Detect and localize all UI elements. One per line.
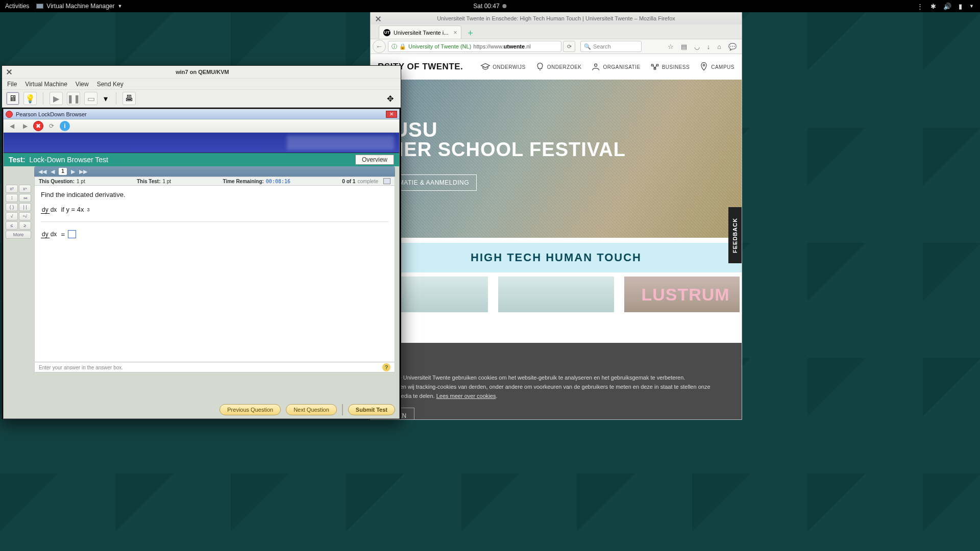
palette-btn[interactable]: ⁞ (6, 194, 18, 202)
expand-icon[interactable] (383, 178, 390, 184)
palette-btn[interactable]: | | (19, 203, 31, 211)
search-placeholder: Search (593, 43, 611, 49)
refresh-button[interactable]: ⟳ (46, 121, 57, 131)
nav-onderwijs[interactable]: ONDERWIJS (480, 62, 525, 72)
bookmark-star-icon[interactable]: ☆ (668, 43, 674, 51)
close-icon[interactable] (376, 16, 381, 21)
clock-text: Sat 00:47 (473, 3, 499, 10)
search-icon: 🔍 (584, 43, 591, 50)
menu-send-key[interactable]: Send Key (97, 81, 124, 88)
news-card[interactable] (498, 277, 614, 312)
site-identity: University of Twente (NL) (408, 43, 471, 49)
back-button[interactable]: ← (373, 40, 386, 53)
info-icon: ⓘ (391, 43, 397, 51)
close-icon[interactable] (6, 69, 12, 75)
info-button[interactable]: i (60, 121, 70, 131)
this-test-points: 1 pt (162, 179, 171, 184)
chat-icon[interactable]: 💬 (728, 43, 737, 51)
lockdown-toolbar: ◀ ▶ ✖ ⟳ i (4, 119, 399, 133)
downloads-icon[interactable]: ↓ (707, 43, 710, 51)
nav-organisatie[interactable]: ORGANISATIE (591, 62, 641, 72)
tab-title: Universiteit Twente i... (394, 30, 448, 36)
lustrum-tile[interactable]: LUSTRUM (629, 277, 742, 312)
hero-image: IOUSU MMER SCHOOL FESTIVAL INFORMATIE & … (371, 80, 742, 238)
firefox-titlebar: Universiteit Twente in Enschede: High Te… (371, 12, 742, 24)
cookie-learn-more-link[interactable]: Lees meer over cookies (436, 393, 496, 399)
activities-button[interactable]: Activities (5, 3, 29, 10)
tab-close-icon[interactable]: × (453, 29, 457, 36)
palette-btn[interactable]: ⫘ (19, 194, 31, 202)
menu-file[interactable]: File (7, 81, 17, 88)
reload-button[interactable]: ⟳ (563, 41, 575, 52)
palette-btn[interactable]: ⁿ√ (19, 212, 31, 220)
search-bar[interactable]: 🔍 Search (580, 41, 642, 52)
palette-btn[interactable]: ≥ (19, 221, 31, 230)
palette-more-button[interactable]: More (6, 231, 31, 239)
status-area[interactable]: ⋮ ✱ 🔊 ▮ ▼ (917, 3, 980, 10)
nav-campus[interactable]: CAMPUS (699, 62, 734, 72)
vm-titlebar: win7 on QEMU/KVM (2, 66, 401, 78)
next-question-button[interactable]: Next Question (286, 404, 337, 415)
last-button[interactable]: ▶▶ (79, 168, 87, 175)
cookie-text: tes van de Universiteit Twente gebruiken… (376, 373, 737, 383)
answer-equation: dydx = (41, 230, 388, 238)
details-button[interactable]: 💡 (23, 92, 37, 105)
next-button[interactable]: ▶ (71, 168, 75, 175)
overview-button[interactable]: Overview (355, 155, 394, 165)
console-button[interactable]: 🖥 (6, 92, 19, 105)
back-button[interactable]: ◀ (7, 121, 17, 131)
nav-onderzoek[interactable]: ONDERZOEK (535, 62, 582, 72)
app-menu-label: Virtual Machine Manager (46, 3, 114, 10)
feedback-tab[interactable]: FEEDBACK (728, 207, 742, 263)
close-button[interactable]: ✕ (386, 111, 397, 118)
app-menu[interactable]: Virtual Machine Manager ▼ (36, 3, 122, 10)
home-icon[interactable]: ⌂ (717, 43, 721, 51)
navigation-toolbar: ← ⓘ 🔒 University of Twente (NL) https://… (371, 39, 742, 54)
pause-button[interactable]: ❚❚ (67, 92, 80, 105)
menu-view[interactable]: View (76, 81, 89, 88)
question-prompt: Find the indicated derivative. (41, 191, 388, 198)
time-remaining: 00:08:16 (266, 179, 290, 184)
menu-virtual-machine[interactable]: Virtual Machine (25, 81, 67, 88)
hint-text: Enter your answer in the answer box. (39, 365, 123, 370)
virt-manager-window: win7 on QEMU/KVM File Virtual Machine Vi… (2, 65, 401, 419)
progress-count: 0 of 1 (342, 179, 355, 184)
fullscreen-button[interactable]: ✥ (383, 92, 397, 105)
url-bar[interactable]: ⓘ 🔒 University of Twente (NL) https://ww… (388, 41, 561, 52)
help-icon[interactable]: ? (382, 363, 390, 371)
nav-business[interactable]: BUSINESS (650, 62, 690, 72)
prev-button[interactable]: ◀ (51, 168, 55, 175)
submit-test-button[interactable]: Submit Test (348, 404, 395, 415)
guest-display[interactable]: Pearson LockDown Browser ✕ ◀ ▶ ✖ ⟳ i Tes… (2, 108, 401, 419)
question-footer: Previous Question Next Question Submit T… (34, 402, 395, 417)
browser-tab[interactable]: UT Universiteit Twente i... × (379, 26, 461, 39)
new-tab-button[interactable]: + (464, 29, 476, 39)
run-button[interactable]: ▶ (50, 92, 63, 105)
record-indicator-icon (503, 4, 507, 8)
vm-title: win7 on QEMU/KVM (16, 69, 401, 75)
time-label: Time Remaining: (223, 179, 263, 184)
favicon-icon: UT (383, 29, 390, 36)
blurred-region (287, 136, 394, 150)
previous-question-button[interactable]: Previous Question (219, 404, 281, 415)
first-button[interactable]: ◀◀ (38, 168, 46, 175)
status-bar: This Question:1 pt This Test:1 pt Time R… (34, 177, 395, 186)
palette-btn[interactable]: ( ) (6, 203, 18, 211)
stop-button[interactable]: ✖ (33, 121, 43, 131)
forward-button[interactable]: ▶ (20, 121, 30, 131)
clock[interactable]: Sat 00:47 (473, 3, 506, 10)
palette-btn[interactable]: xⁿ (19, 185, 31, 193)
shutdown-menu[interactable]: ▾ (102, 92, 110, 105)
chevron-down-icon: ▼ (118, 4, 122, 9)
bookmarks-menu-icon[interactable]: ▤ (681, 43, 687, 51)
pocket-icon[interactable]: ◡ (694, 43, 700, 51)
question-nav: ◀◀ ◀ 1 ▶ ▶▶ (34, 166, 395, 177)
palette-btn[interactable]: x² (6, 185, 18, 193)
palette-btn[interactable]: ≤ (6, 221, 18, 230)
divider (342, 404, 343, 415)
answer-input[interactable] (68, 230, 76, 238)
snapshot-button[interactable]: 🖶 (122, 92, 136, 105)
palette-btn[interactable]: √ (6, 212, 18, 220)
question-content: Find the indicated derivative. dydx if y… (34, 186, 395, 362)
shutdown-button[interactable]: ▭ (84, 92, 97, 105)
